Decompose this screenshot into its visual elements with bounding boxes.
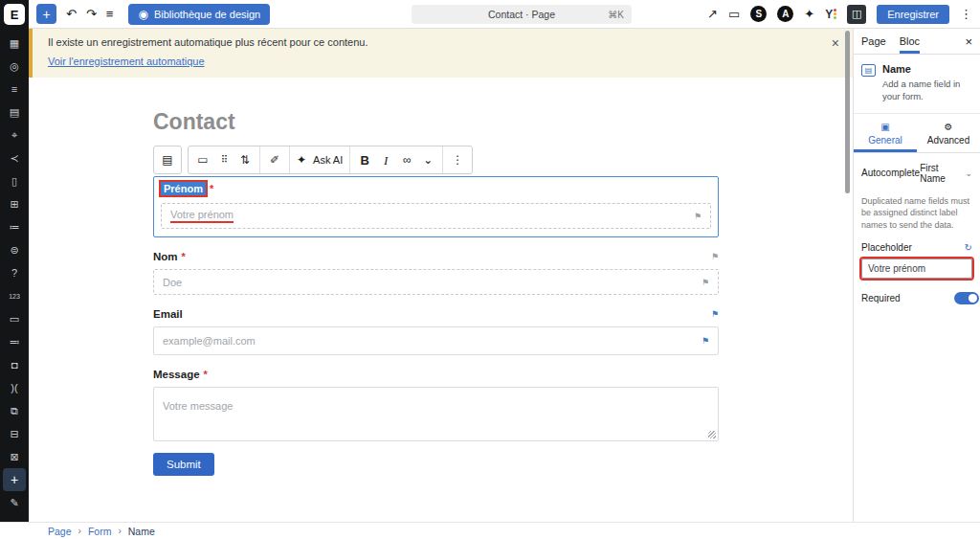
nom-placeholder: Doe	[163, 277, 182, 288]
autocomplete-value: First Name	[920, 163, 961, 184]
view-autosave-link[interactable]: Voir l'enregistrement automatique	[48, 56, 205, 67]
yoast-traffic-dots	[834, 9, 836, 19]
form-icon[interactable]: ▭	[3, 307, 26, 330]
email-input-flag-icon[interactable]: ⚑	[702, 336, 709, 346]
command-center-button[interactable]: Contact · Page ⌘K	[412, 5, 632, 24]
field-block-email[interactable]: Email ⚑ example@mail.com ⚑	[153, 308, 719, 355]
outline-icon[interactable]: ≕	[3, 330, 26, 353]
general-tab-label: General	[868, 135, 902, 146]
settings-panel-toggle-icon[interactable]: ◫	[847, 5, 866, 24]
tab-page[interactable]: Page	[861, 29, 886, 54]
nom-label-flag-icon[interactable]: ⚑	[711, 252, 719, 261]
breadcrumb-page[interactable]: Page	[48, 526, 72, 537]
nom-label[interactable]: Nom	[153, 251, 178, 262]
drag-handle-icon[interactable]: ⠿	[213, 146, 234, 173]
required-label: Required	[861, 293, 901, 303]
save-button[interactable]: Enregistrer	[877, 5, 949, 24]
more-formats-chevron-icon[interactable]: ⌄	[417, 146, 438, 173]
brackets-icon[interactable]: )(	[3, 376, 26, 399]
list-view-icon[interactable]: ≡	[106, 8, 114, 20]
design-library-button[interactable]: ◉ Bibliothèque de design	[128, 4, 270, 25]
tab-block[interactable]: Bloc	[900, 29, 920, 54]
nom-input-flag-icon[interactable]: ⚑	[702, 278, 709, 287]
prenom-placeholder: Votre prénom	[170, 209, 234, 223]
autocomplete-label: Autocomplete	[861, 168, 920, 178]
share-icon[interactable]: ≺	[3, 146, 26, 169]
block-type-icon[interactable]: ▭	[192, 146, 213, 173]
bold-button[interactable]: B	[354, 146, 375, 173]
field-block-prenom[interactable]: Prénom * Votre prénom ⚑	[153, 176, 719, 237]
calendar-icon[interactable]: ⊟	[3, 422, 26, 445]
block-toolbar: ▤ ▭ ⠿ ⇅ ✐	[153, 146, 853, 174]
breadcrumb-form[interactable]: Form	[88, 526, 112, 537]
editor-app: E ▦ ◎ ≡ ▤ ⌖ ≺ ▯ ⊞ ≔ ⊜ ? 123 ▭ ≕ ◘ )( ⧉ ⊟…	[0, 0, 980, 539]
styles-brush-icon[interactable]: ✐	[264, 146, 285, 173]
apps-grid-icon[interactable]: ⊞	[3, 192, 26, 215]
list-icon[interactable]: ≔	[3, 215, 26, 238]
parent-form-block-button[interactable]: ▤	[153, 146, 182, 174]
yoast-letter: Y	[825, 8, 833, 21]
document-icon[interactable]: ▤	[3, 101, 26, 124]
edit-pencil-icon[interactable]: ✎	[3, 491, 26, 514]
redo-icon[interactable]: ↷	[86, 8, 97, 20]
prenom-required-star: *	[210, 183, 213, 194]
target-icon[interactable]: ◎	[3, 55, 26, 78]
embed-icon[interactable]: ⊜	[3, 238, 26, 261]
notice-close-icon[interactable]: ×	[832, 36, 839, 50]
media-icon[interactable]: ▦	[3, 32, 26, 55]
inspector-close-icon[interactable]: ×	[965, 34, 972, 49]
options-kebab-icon[interactable]: ⋮	[960, 8, 972, 20]
autocomplete-select[interactable]: First Name ⌄	[920, 163, 972, 184]
prenom-label[interactable]: Prénom	[161, 182, 206, 195]
table-icon[interactable]: ⊠	[3, 445, 26, 468]
block-card: ▤ Name Add a name field in your form.	[854, 55, 980, 114]
add-icon[interactable]: +	[3, 468, 26, 491]
duplicate-icon[interactable]: ⧉	[3, 399, 26, 422]
block-card-title: Name	[882, 63, 972, 75]
ask-ai-label: Ask AI	[313, 155, 343, 166]
device-preview-icon[interactable]: ▭	[728, 8, 740, 20]
message-label[interactable]: Message	[153, 369, 200, 380]
ai-sparkles-icon[interactable]: ✦	[804, 8, 814, 20]
email-label[interactable]: Email	[153, 308, 183, 320]
block-movers-icon[interactable]: ⇅	[234, 146, 256, 173]
email-label-flag-icon[interactable]: ⚑	[711, 309, 719, 319]
required-toggle[interactable]	[954, 292, 979, 304]
breadcrumb: Page › Form › Name	[0, 522, 980, 539]
tab-advanced[interactable]: ⚙ Advanced	[917, 114, 980, 152]
editor-canvas: Il existe un enregistrement automatique …	[29, 29, 853, 522]
help-icon[interactable]: ?	[3, 261, 26, 284]
page-title[interactable]: Contact	[153, 109, 853, 135]
block-options-kebab-icon[interactable]: ⋮	[447, 146, 468, 173]
a-plugin-icon[interactable]: A	[777, 6, 793, 22]
design-library-icon: ◉	[138, 8, 147, 21]
prenom-flag-icon[interactable]: ⚑	[694, 212, 702, 221]
nom-input[interactable]: Doe ⚑	[153, 269, 719, 295]
reset-icon[interactable]: ↻	[965, 242, 972, 253]
field-block-message[interactable]: Message * Votre message	[153, 369, 719, 441]
ask-ai-button[interactable]: ✦ Ask AI	[294, 146, 345, 173]
s-plugin-icon[interactable]: S	[750, 6, 767, 22]
layers-icon[interactable]: ≡	[3, 78, 26, 101]
canvas-scrollbar[interactable]	[845, 31, 850, 193]
click-tracking-icon[interactable]: ⌖	[3, 124, 26, 146]
tab-general[interactable]: ▣ General	[854, 114, 917, 152]
message-textarea[interactable]: Votre message	[153, 387, 719, 441]
field-block-nom[interactable]: Nom * ⚑ Doe ⚑	[153, 251, 719, 295]
textarea-resize-handle[interactable]	[708, 431, 716, 438]
italic-button[interactable]: I	[375, 146, 396, 173]
numbers-icon[interactable]: 123	[3, 284, 26, 307]
submit-button[interactable]: Submit	[153, 453, 214, 476]
yoast-seo-icon[interactable]: Y	[825, 8, 836, 21]
email-input[interactable]: example@mail.com ⚑	[153, 326, 719, 355]
comments-icon[interactable]: ◘	[3, 353, 26, 376]
inserter-button[interactable]: +	[36, 4, 56, 24]
site-logo[interactable]: E	[4, 4, 25, 25]
message-placeholder: Votre message	[163, 400, 233, 412]
prenom-input[interactable]: Votre prénom ⚑	[161, 203, 711, 229]
view-site-icon[interactable]: ↗	[707, 8, 718, 20]
undo-icon[interactable]: ↶	[66, 8, 77, 20]
placeholder-input[interactable]	[861, 258, 972, 279]
link-icon[interactable]: ∞	[396, 146, 417, 173]
bookmark-icon[interactable]: ▯	[3, 169, 26, 192]
